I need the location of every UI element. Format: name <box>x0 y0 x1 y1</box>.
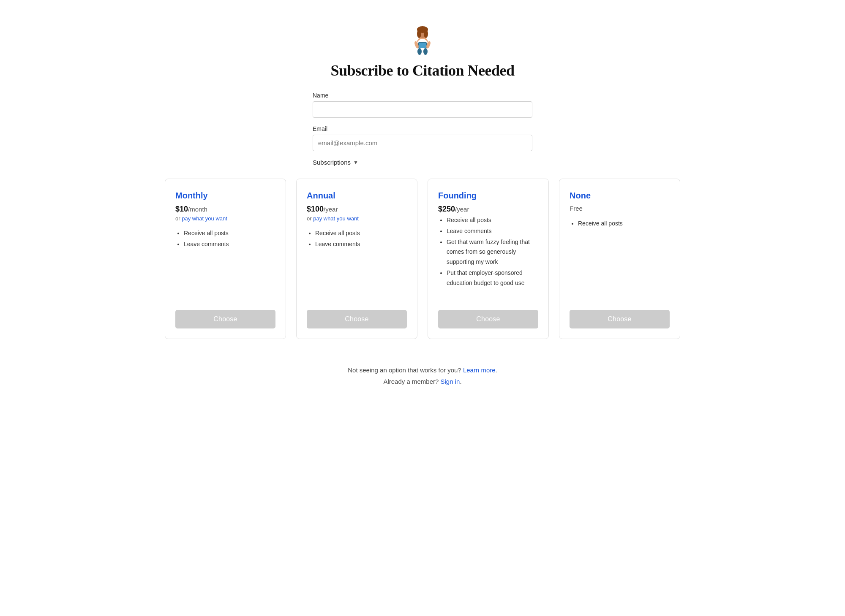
plan-price-period-annual: /year <box>324 206 338 213</box>
no-option-text: Not seeing an option that works for you?… <box>165 364 680 376</box>
footer-section: Not seeing an option that works for you?… <box>165 364 680 387</box>
plans-grid: Monthly $10/month or pay what you want R… <box>165 179 680 339</box>
plan-name-annual: Annual <box>307 191 407 201</box>
name-label: Name <box>313 92 532 99</box>
feature-item: Receive all posts <box>315 228 407 239</box>
choose-button-monthly[interactable]: Choose <box>175 310 275 328</box>
svg-point-10 <box>417 48 422 55</box>
plan-price-period-founding: /year <box>455 206 469 213</box>
plan-features-annual: Receive all posts Leave comments <box>307 228 407 300</box>
plan-name-monthly: Monthly <box>175 191 275 201</box>
learn-more-link[interactable]: Learn more <box>463 366 496 374</box>
plan-pay-what-annual: or pay what you want <box>307 215 407 222</box>
subscriptions-toggle[interactable]: Subscriptions ▼ <box>313 159 358 166</box>
plan-price-period-monthly: /month <box>188 206 207 213</box>
email-label: Email <box>313 125 532 132</box>
feature-item: Put that employer-sponsored education bu… <box>447 268 538 288</box>
already-member-label: Already a member? <box>383 378 439 385</box>
plan-name-founding: Founding <box>438 191 538 201</box>
plan-card-monthly: Monthly $10/month or pay what you want R… <box>165 179 286 339</box>
svg-point-4 <box>424 30 428 38</box>
plan-price-founding: $250/year <box>438 205 538 214</box>
choose-button-annual[interactable]: Choose <box>307 310 407 328</box>
plan-features-none: Receive all posts <box>570 219 670 300</box>
name-input[interactable] <box>313 101 532 118</box>
plan-card-annual: Annual $100/year or pay what you want Re… <box>296 179 417 339</box>
plan-features-founding: Receive all posts Leave comments Get tha… <box>438 215 538 300</box>
plan-price-amount-annual: $100 <box>307 205 324 213</box>
logo-illustration <box>406 21 439 55</box>
sign-in-link[interactable]: Sign in <box>441 378 460 385</box>
plan-name-none: None <box>570 191 670 201</box>
feature-item: Leave comments <box>184 239 275 250</box>
feature-item: Leave comments <box>315 239 407 250</box>
plan-pay-what-monthly: or pay what you want <box>175 215 275 222</box>
pay-what-link-monthly[interactable]: pay what you want <box>182 215 227 222</box>
plan-features-monthly: Receive all posts Leave comments <box>175 228 275 300</box>
page-title: Subscribe to Citation Needed <box>165 62 680 79</box>
plan-price-annual: $100/year <box>307 205 407 214</box>
plan-card-none: None Free Receive all posts Choose <box>559 179 680 339</box>
plan-price-amount-founding: $250 <box>438 205 455 213</box>
feature-item: Receive all posts <box>184 228 275 239</box>
email-field-group: Email <box>313 125 532 151</box>
subscriptions-toggle-label: Subscriptions <box>313 159 351 166</box>
choose-button-none[interactable]: Choose <box>570 310 670 328</box>
plan-price-amount-monthly: $10 <box>175 205 188 213</box>
chevron-down-icon: ▼ <box>353 160 358 166</box>
plan-card-founding: Founding $250/year Receive all posts Lea… <box>428 179 549 339</box>
no-option-label: Not seeing an option that works for you? <box>348 366 461 374</box>
svg-point-11 <box>423 48 428 55</box>
svg-rect-7 <box>419 43 426 48</box>
feature-item: Receive all posts <box>578 219 670 229</box>
feature-item: Receive all posts <box>447 215 538 225</box>
email-input[interactable] <box>313 135 532 151</box>
subscription-form: Name Email Subscriptions ▼ <box>313 92 532 166</box>
pay-what-link-annual[interactable]: pay what you want <box>313 215 359 222</box>
plan-price-monthly: $10/month <box>175 205 275 214</box>
choose-button-founding[interactable]: Choose <box>438 310 538 328</box>
svg-point-3 <box>417 30 421 38</box>
name-field-group: Name <box>313 92 532 118</box>
plan-price-free-none: Free <box>570 205 670 212</box>
already-member-text: Already a member? Sign in. <box>165 376 680 387</box>
feature-item: Get that warm fuzzy feeling that comes f… <box>447 237 538 267</box>
feature-item: Leave comments <box>447 226 538 236</box>
page-header: Subscribe to Citation Needed <box>165 8 680 92</box>
